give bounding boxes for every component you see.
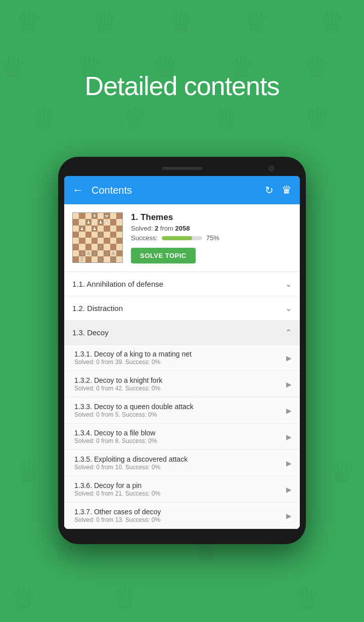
chess-cell	[85, 256, 92, 262]
list-item-1-3-7[interactable]: 1.3.7. Other cases of decoy Solved: 0 fr…	[64, 503, 300, 529]
list-item-1-3-4[interactable]: 1.3.4. Decoy to a file blow Solved: 0 fr…	[64, 424, 300, 450]
chess-cell	[79, 238, 85, 244]
topic-title: 1. Themes	[131, 212, 292, 223]
solved-label: Solved:	[131, 225, 153, 232]
app-bar-title: Contents	[92, 185, 257, 196]
chess-cell	[73, 250, 79, 256]
list-item-1-3-6-title: 1.3.6. Decoy for a pin	[74, 481, 286, 490]
solved-count: 2	[155, 225, 158, 232]
list-item-1-3-6[interactable]: 1.3.6. Decoy for a pin Solved: 0 from 21…	[64, 476, 300, 503]
chess-cell	[73, 244, 79, 250]
list-item-1-3-4-subtitle: Solved: 0 from 8. Success: 0%	[74, 437, 286, 445]
play-icon-1-3-1: ▶	[286, 354, 292, 362]
chess-cell	[116, 219, 122, 225]
chess-cell: ♟	[98, 219, 104, 225]
solved-from: from	[160, 225, 173, 232]
chess-cell	[85, 244, 92, 250]
chess-cell: ♙	[79, 250, 85, 256]
chess-cell: ♗	[98, 244, 104, 250]
list-item-1-3-1-content: 1.3.1. Decoy of a king to a mating net S…	[74, 350, 286, 366]
section-1-1-title: 1.1. Annihilation of defense	[72, 280, 163, 288]
section-1-2[interactable]: 1.2. Distraction ⌄	[64, 296, 300, 321]
phone-speaker	[162, 167, 202, 170]
chess-cell	[85, 232, 92, 238]
list-item-1-3-1-title: 1.3.1. Decoy of a king to a mating net	[74, 350, 286, 358]
list-item-1-3-1[interactable]: 1.3.1. Decoy of a king to a mating net S…	[64, 345, 300, 371]
chess-cell	[73, 213, 79, 219]
page-title: Detailed contents	[0, 71, 364, 101]
chess-cell	[110, 226, 116, 232]
progress-bar	[162, 236, 202, 240]
section-1-3[interactable]: 1.3. Decoy ⌃	[64, 321, 300, 345]
phone-top-bar	[64, 167, 300, 170]
chess-cell: ♟	[104, 219, 110, 225]
progress-bar-fill	[162, 236, 192, 240]
list-item-1-3-2[interactable]: 1.3.2. Decoy to a knight fork Solved: 0 …	[64, 371, 300, 397]
chess-cell	[104, 238, 110, 244]
list-item-1-3-4-content: 1.3.4. Decoy to a file blow Solved: 0 fr…	[74, 429, 286, 445]
chess-cell	[110, 244, 116, 250]
chevron-down-icon-2: ⌄	[285, 303, 292, 313]
back-button[interactable]: ←	[72, 184, 83, 197]
list-item-1-3-5[interactable]: 1.3.5. Exploiting a discovered attack So…	[64, 450, 300, 476]
chess-cell: ♙	[98, 232, 104, 238]
app-bar: ← Contents ↻ ♛	[64, 176, 300, 204]
list-item-1-3-6-content: 1.3.6. Decoy for a pin Solved: 0 from 21…	[74, 481, 286, 497]
chess-cell	[98, 250, 104, 256]
chess-cell	[79, 244, 85, 250]
chess-cell	[104, 244, 110, 250]
chess-cell: ♙	[110, 250, 116, 256]
chess-cell: ♟	[85, 219, 92, 225]
section-1-1[interactable]: 1.1. Annihilation of defense ⌄	[64, 272, 300, 296]
chess-cell	[73, 226, 79, 232]
chess-cell	[92, 238, 98, 244]
chess-cell	[85, 226, 92, 232]
chess-cell	[116, 232, 122, 238]
topic-card: ♜♚♟♟♟♟♟♙♗♙♙♙♙♙♖♔♖ 1. Themes Solved: 2 fr…	[64, 204, 300, 272]
chess-cell: ♖	[79, 256, 85, 262]
list-item-1-3-3-content: 1.3.3. Decoy to a queen double attack So…	[74, 403, 286, 418]
list-item-1-3-5-subtitle: Solved: 0 from 10. Success: 0%	[74, 464, 286, 471]
list-item-1-3-7-content: 1.3.7. Other cases of decoy Solved: 0 fr…	[74, 508, 286, 523]
chess-cell	[110, 213, 116, 219]
chess-cell	[104, 232, 110, 238]
chess-cell: ♟	[79, 226, 85, 232]
success-row: Success: 75%	[131, 234, 292, 242]
chess-cell	[73, 219, 79, 225]
refresh-icon[interactable]: ↻	[265, 184, 274, 196]
chess-cell	[92, 219, 98, 225]
chess-cell	[79, 213, 85, 219]
list-item-1-3-5-content: 1.3.5. Exploiting a discovered attack So…	[74, 455, 286, 471]
chess-cell	[116, 213, 122, 219]
play-icon-1-3-6: ▶	[286, 485, 292, 494]
list-item-1-3-2-subtitle: Solved: 0 from 42. Success: 0%	[74, 385, 286, 392]
solve-topic-button[interactable]: SOLVE TOPIC	[131, 248, 196, 263]
chess-cell	[79, 219, 85, 225]
play-icon-1-3-5: ▶	[286, 459, 292, 467]
play-icon-1-3-3: ▶	[286, 407, 292, 415]
chess-cell: ♟	[92, 226, 98, 232]
chess-cell	[73, 256, 79, 262]
chess-cell: ♖	[110, 256, 116, 262]
chess-cell	[116, 238, 122, 244]
list-item-1-3-7-subtitle: Solved: 0 from 13. Success: 0%	[74, 516, 286, 523]
chess-cell	[79, 232, 85, 238]
chess-cell	[110, 219, 116, 225]
list-item-1-3-2-title: 1.3.2. Decoy to a knight fork	[74, 376, 286, 384]
sections-list: 1.1. Annihilation of defense ⌄ 1.2. Dist…	[64, 272, 300, 529]
phone-screen: ← Contents ↻ ♛ ♜♚♟♟♟♟♟♙♗♙♙♙♙♙♖♔♖ 1. Them…	[64, 176, 300, 529]
list-item-1-3-1-subtitle: Solved: 0 from 39. Success: 0%	[74, 359, 286, 366]
chess-cell	[98, 226, 104, 232]
chess-board-thumbnail: ♜♚♟♟♟♟♟♙♗♙♙♙♙♙♖♔♖	[72, 212, 123, 263]
list-item-1-3-3[interactable]: 1.3.3. Decoy to a queen double attack So…	[64, 397, 300, 424]
chess-cell: ♙	[92, 250, 98, 256]
crown-icon[interactable]: ♛	[282, 184, 292, 197]
chess-cell	[92, 244, 98, 250]
chess-cell	[116, 244, 122, 250]
chess-cell	[85, 213, 92, 219]
chess-cell: ♔	[98, 256, 104, 262]
chess-cell	[73, 238, 79, 244]
chess-cell: ♙	[85, 250, 92, 256]
chess-cell	[110, 232, 116, 238]
chess-cell	[92, 256, 98, 262]
